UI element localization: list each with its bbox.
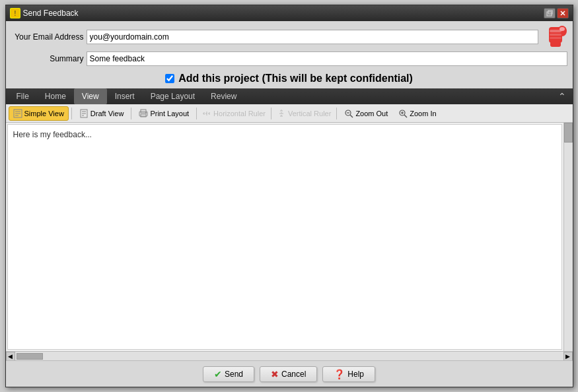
title-bar-left: ! Send Feedback [10,8,79,18]
app-icon: ! [10,8,20,18]
svg-text:!: ! [14,10,16,17]
summary-row: Summary [11,51,567,66]
svg-point-24 [145,112,147,114]
horizontal-scrollbar[interactable]: ◀ ▶ [6,351,573,360]
horizontal-ruler-button[interactable]: Horizontal Ruler [199,109,268,118]
svg-rect-9 [550,34,561,36]
summary-input[interactable] [87,51,567,66]
draft-view-label: Draft View [90,110,124,117]
editor-content: Here is my feedback... [13,130,556,139]
hscroll-thumb[interactable] [17,353,43,360]
simple-view-label: Simple View [24,110,64,117]
toolbar-sep-3 [196,108,197,119]
zoom-in-label: Zoom In [410,110,436,117]
draft-view-icon [79,109,89,118]
cancel-button[interactable]: ✖ Cancel [260,366,317,382]
title-bar-controls [544,8,569,18]
svg-point-12 [560,27,565,31]
email-row: Your Email Address [11,25,567,49]
vertical-ruler-label: Vertical Ruler [288,110,331,117]
simple-view-icon [13,109,22,118]
scrollbar-thumb[interactable] [564,123,573,143]
svg-line-35 [350,115,353,117]
zoom-in-button[interactable]: Zoom In [394,106,441,121]
print-layout-label: Print Layout [150,110,189,117]
restore-button[interactable] [544,8,556,18]
menu-item-view[interactable]: View [74,88,107,104]
menu-items: File Home View Insert Page Layout Review [9,88,245,104]
hscroll-track[interactable] [15,352,563,360]
zoom-out-label: Zoom Out [355,110,388,117]
email-label: Your Email Address [11,32,84,42]
cancel-label: Cancel [281,370,306,379]
toolbar: Simple View Draft View Print Layout [6,104,573,123]
svg-line-39 [404,115,407,117]
svg-rect-11 [550,42,561,47]
print-layout-icon [139,109,148,118]
send-label: Send [225,370,243,379]
title-bar: ! Send Feedback [6,5,573,21]
toolbar-sep-5 [336,108,337,119]
print-layout-button[interactable]: Print Layout [134,106,194,121]
zoom-in-icon [398,109,408,118]
menu-bar: File Home View Insert Page Layout Review… [6,88,573,104]
menu-item-page-layout[interactable]: Page Layout [143,88,203,104]
vertical-ruler-icon [277,109,286,118]
close-button[interactable] [557,8,569,18]
zoom-out-button[interactable]: Zoom Out [340,106,392,121]
horizontal-ruler-icon [202,109,211,118]
horizontal-ruler-label: Horizontal Ruler [213,110,266,117]
cancel-icon: ✖ [271,369,279,379]
send-button[interactable]: ✔ Send [203,366,254,382]
help-icon: ❓ [334,369,345,379]
confidential-text: Add this project (This will be kept conf… [178,73,413,84]
zoom-out-icon [344,109,353,118]
help-button[interactable]: ❓ Help [322,366,375,382]
hscroll-right-button[interactable]: ▶ [563,352,573,361]
form-area: Your Email Address [6,21,573,70]
menu-item-insert[interactable]: Insert [107,88,143,104]
editor-container: Here is my feedback... [6,123,573,351]
confidential-checkbox[interactable] [165,74,174,83]
toolbar-sep-1 [71,108,72,119]
thumbs-icon [544,25,567,49]
hscroll-left-button[interactable]: ◀ [6,352,15,361]
svg-rect-10 [550,37,561,39]
toolbar-sep-2 [131,108,131,119]
window-title: Send Feedback [23,9,79,18]
help-label: Help [347,370,364,379]
main-window: ! Send Feedback Your Email Address [5,5,573,387]
menu-collapse-button[interactable]: ⌃ [554,91,570,102]
toolbar-sep-4 [271,108,271,119]
simple-view-button[interactable]: Simple View [9,106,69,121]
menu-item-file[interactable]: File [9,88,37,104]
menu-item-review[interactable]: Review [203,88,244,104]
vertical-ruler-button[interactable]: Vertical Ruler [274,109,334,118]
bottom-bar: ✔ Send ✖ Cancel ❓ Help [6,360,573,387]
draft-view-button[interactable]: Draft View [75,106,129,121]
summary-label: Summary [11,54,84,63]
email-input[interactable] [87,30,538,44]
send-icon: ✔ [214,369,222,379]
confidential-row: Add this project (This will be kept conf… [6,70,573,88]
menu-item-home[interactable]: Home [37,88,74,104]
editor-area[interactable]: Here is my feedback... [7,124,562,350]
vertical-scrollbar[interactable] [563,123,573,351]
svg-rect-8 [550,30,561,32]
